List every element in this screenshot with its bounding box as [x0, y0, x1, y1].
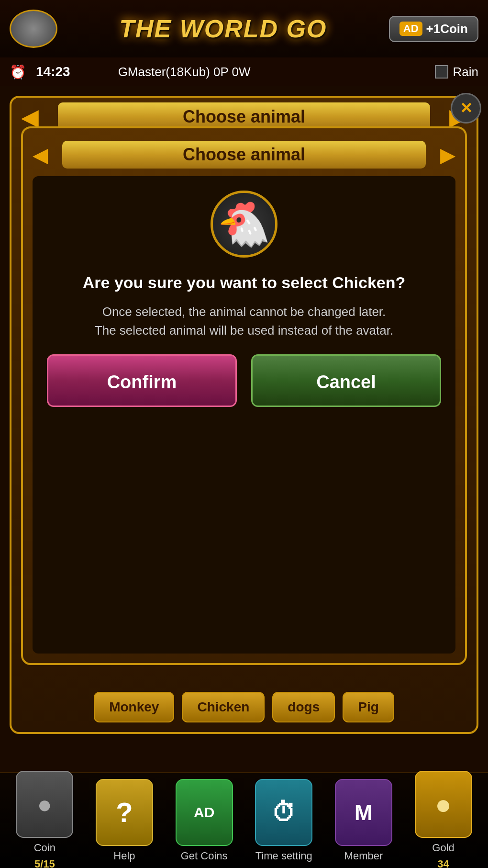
main-area: ◀ Choose animal ▶ ✕ ◀ Choose animal ▶ 🐔 …	[0, 86, 488, 772]
time-setting-label: Time setting	[255, 850, 312, 862]
top-bar: THE WORLD GO AD +1Coin	[0, 0, 488, 57]
confirm-dialog-header: ◀ Choose animal ▶	[33, 138, 455, 171]
help-icon-box: ?	[96, 779, 153, 846]
animal-tab-dogs[interactable]: dogs	[272, 692, 335, 722]
game-title-left	[10, 10, 57, 48]
ad-coin-label: +1Coin	[426, 22, 468, 36]
nav-item-time-setting[interactable]: ⏱ Time setting	[255, 779, 312, 862]
gold-value: 34	[437, 858, 449, 868]
nav-item-help[interactable]: ? Help	[96, 779, 153, 862]
confirm-content: 🐔 Are you sure you want to select Chicke…	[33, 176, 455, 654]
ad-badge: AD	[399, 22, 422, 36]
time-display: 14:23	[36, 64, 70, 79]
coin-icon-box: ●	[16, 771, 73, 838]
get-coins-icon-box: AD	[176, 779, 233, 846]
cancel-button[interactable]: Cancel	[251, 354, 441, 407]
coin-value: 5/15	[34, 858, 55, 868]
confirm-description: Once selected, the animal cannot be chan…	[95, 303, 393, 340]
coin-label: Coin	[34, 842, 55, 854]
member-label: Member	[344, 850, 383, 862]
animal-emoji: 🐔	[217, 199, 271, 249]
help-icon: ?	[116, 799, 133, 826]
coin-icon: ●	[37, 792, 52, 817]
animal-tabs: Monkey Chicken dogs Pig	[21, 692, 467, 722]
confirm-question: Are you sure you want to select Chicken?	[83, 272, 406, 293]
member-icon-box: M	[335, 779, 392, 846]
animal-tab-monkey[interactable]: Monkey	[94, 692, 174, 722]
get-coins-label: Get Coins	[181, 850, 228, 862]
outer-dialog: ◀ Choose animal ▶ ✕ ◀ Choose animal ▶ 🐔 …	[10, 96, 478, 734]
nav-item-get-coins[interactable]: AD Get Coins	[176, 779, 233, 862]
get-coins-icon: AD	[194, 804, 214, 821]
rain-label: Rain	[453, 65, 478, 79]
nav-item-coin[interactable]: ● Coin 5/15	[16, 771, 73, 868]
time-icon: ⏱	[271, 800, 296, 825]
rain-checkbox[interactable]	[435, 65, 448, 79]
animal-tab-pig[interactable]: Pig	[343, 692, 394, 722]
game-title: THE WORLD GO	[119, 14, 327, 43]
confirm-dialog: ◀ Choose animal ▶ 🐔 Are you sure you wan…	[21, 126, 467, 665]
confirm-nav-left-icon[interactable]: ◀	[33, 143, 48, 167]
help-label: Help	[113, 850, 135, 862]
confirm-nav-right-icon[interactable]: ▶	[440, 143, 455, 167]
nav-item-gold[interactable]: ● Gold 34	[415, 771, 472, 868]
bottom-nav: ● Coin 5/15 ? Help AD Get Coins ⏱ Time s…	[0, 772, 488, 868]
status-bar: ⏰ 14:23 GMaster(18Kub) 0P 0W Rain	[0, 57, 488, 86]
animal-tab-chicken[interactable]: Chicken	[182, 692, 265, 722]
rain-control: Rain	[435, 65, 478, 79]
member-icon: M	[355, 800, 373, 825]
gold-icon: ●	[435, 790, 452, 818]
nav-item-member[interactable]: M Member	[335, 779, 392, 862]
animal-avatar: 🐔	[211, 191, 277, 258]
close-button[interactable]: ✕	[451, 93, 481, 124]
player-info: GMaster(18Kub) 0P 0W	[118, 65, 251, 79]
gold-label: Gold	[432, 842, 454, 854]
ad-button[interactable]: AD +1Coin	[389, 16, 478, 42]
time-icon-box: ⏱	[255, 779, 312, 846]
confirm-dialog-title: Choose animal	[62, 141, 426, 169]
confirm-button[interactable]: Confirm	[47, 354, 237, 407]
clock-icon: ⏰	[10, 64, 26, 80]
gold-icon-box: ●	[415, 771, 472, 838]
confirm-buttons: Confirm Cancel	[47, 354, 441, 407]
